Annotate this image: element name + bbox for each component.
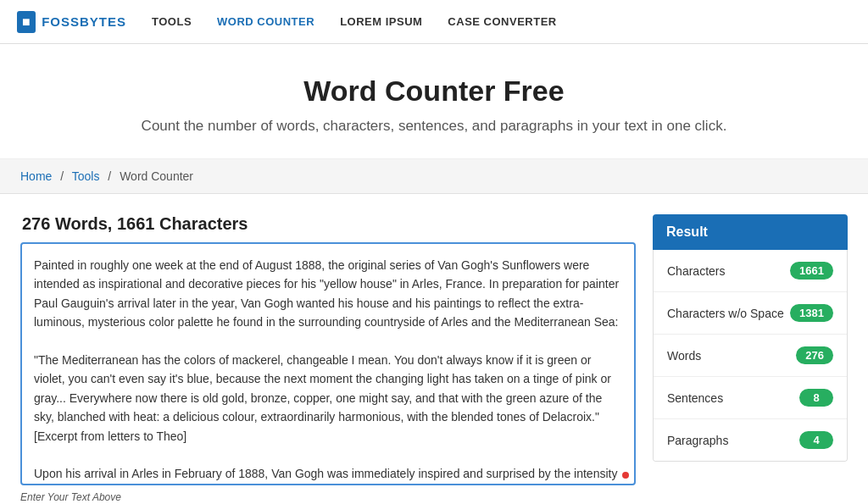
textarea-wrapper: Painted in roughly one week at the end o… (20, 242, 636, 485)
logo-f-icon: ■ (22, 14, 31, 30)
breadcrumb-sep-2: / (108, 169, 111, 183)
hero-section: Word Counter Free Count the number of wo… (0, 44, 868, 159)
breadcrumb-tools[interactable]: Tools (72, 169, 100, 183)
breadcrumb-current: Word Counter (120, 169, 193, 183)
hero-title: Word Counter Free (17, 75, 851, 108)
navbar: ■ FOSSBYTES TOOLS WORD COUNTER LOREM IPS… (0, 0, 868, 44)
enter-text-hint: Enter Your Text Above (20, 491, 636, 503)
main-content: 276 Words, 1661 Characters Painted in ro… (0, 194, 868, 504)
result-badge-chars-no-space: 1381 (790, 304, 833, 322)
breadcrumb-sep-1: / (60, 169, 64, 183)
result-badge-paragraphs: 4 (799, 431, 833, 449)
nav-word-counter[interactable]: WORD COUNTER (217, 15, 314, 28)
result-rows: Characters 1661 Characters w/o Space 138… (653, 250, 848, 462)
result-row-chars-no-space: Characters w/o Space 1381 (654, 292, 847, 335)
result-label-characters: Characters (667, 264, 725, 278)
result-row-words: Words 276 (654, 335, 847, 377)
result-label-words: Words (667, 349, 701, 363)
result-row-characters: Characters 1661 (654, 250, 847, 292)
word-count-header: 276 Words, 1661 Characters (20, 214, 636, 234)
result-badge-sentences: 8 (799, 389, 833, 407)
result-row-paragraphs: Paragraphs 4 (654, 419, 847, 461)
result-label-chars-no-space: Characters w/o Space (667, 307, 784, 320)
red-dot-indicator (622, 472, 629, 479)
result-row-sentences: Sentences 8 (654, 377, 847, 419)
result-badge-words: 276 (796, 346, 833, 364)
nav-lorem-ipsum[interactable]: LOREM IPSUM (340, 15, 422, 28)
hero-subtitle: Count the number of words, characters, s… (17, 118, 851, 135)
right-panel: Result Characters 1661 Characters w/o Sp… (653, 214, 848, 503)
breadcrumb: Home / Tools / Word Counter (0, 159, 868, 194)
left-panel: 276 Words, 1661 Characters Painted in ro… (20, 214, 636, 503)
result-header: Result (653, 214, 848, 250)
logo-text: FOSSBYTES (42, 14, 126, 29)
nav-tools[interactable]: TOOLS (152, 15, 192, 28)
result-label-paragraphs: Paragraphs (667, 434, 728, 447)
logo-link[interactable]: ■ FOSSBYTES (17, 11, 126, 33)
result-label-sentences: Sentences (667, 391, 723, 405)
result-badge-characters: 1661 (790, 262, 833, 280)
text-input[interactable]: Painted in roughly one week at the end o… (22, 244, 634, 481)
nav-links: TOOLS WORD COUNTER LOREM IPSUM CASE CONV… (152, 15, 557, 28)
logo-icon-box: ■ (17, 11, 36, 33)
nav-case-converter[interactable]: CASE CONVERTER (448, 15, 556, 28)
breadcrumb-home[interactable]: Home (20, 169, 52, 183)
